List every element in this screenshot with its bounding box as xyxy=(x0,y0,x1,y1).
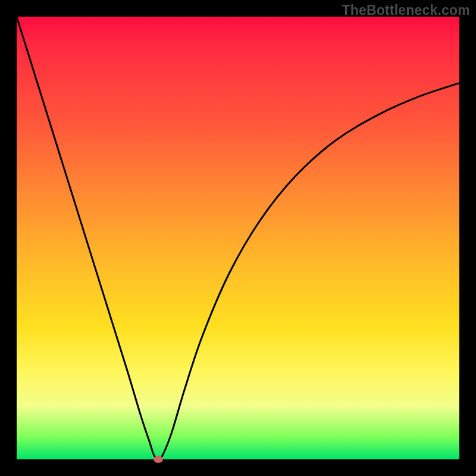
chart-marker-dot xyxy=(154,456,163,463)
chart-curve xyxy=(17,17,459,459)
watermark-text: TheBottleneck.com xyxy=(342,2,470,18)
chart-plot-area xyxy=(17,17,459,459)
chart-frame: TheBottleneck.com xyxy=(0,0,476,476)
